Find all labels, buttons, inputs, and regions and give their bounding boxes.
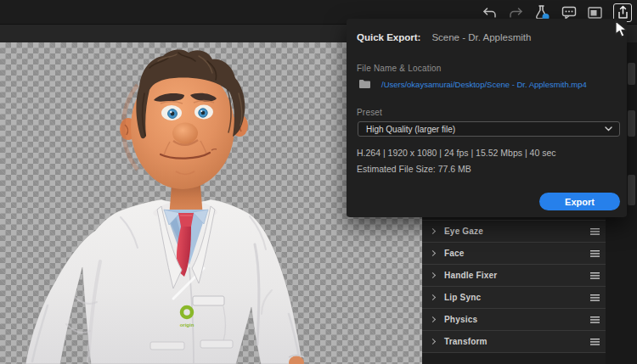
behavior-row[interactable]: Face bbox=[422, 243, 606, 265]
file-path-link[interactable]: /Users/okaysamurai/Desktop/Scene - Dr. A… bbox=[381, 80, 587, 89]
drag-handle-icon[interactable] bbox=[590, 228, 600, 235]
estimated-file-size: Estimated File Size: 77.6 MB bbox=[357, 164, 471, 174]
behavior-label: Face bbox=[444, 249, 590, 258]
coat-badge-text: origin bbox=[180, 322, 194, 328]
folder-icon[interactable] bbox=[358, 79, 371, 89]
quick-export-dialog: Quick Export:Scene - Dr. Applesmith File… bbox=[347, 19, 627, 217]
export-button[interactable]: Export bbox=[539, 193, 620, 210]
chevron-right-icon[interactable] bbox=[430, 250, 436, 256]
export-specs: H.264 | 1920 x 1080 | 24 fps | 15.52 Mbp… bbox=[357, 148, 555, 158]
chevron-down-icon bbox=[605, 126, 612, 132]
preset-dropdown[interactable]: High Quality (larger file) bbox=[358, 121, 620, 137]
scrollbar-thumb[interactable] bbox=[628, 175, 635, 205]
behavior-row[interactable]: Handle Fixer bbox=[422, 265, 606, 287]
dialog-scene-name: Scene - Dr. Applesmith bbox=[431, 32, 531, 42]
scrollbar-thumb[interactable] bbox=[628, 110, 635, 137]
chevron-right-icon[interactable] bbox=[430, 316, 436, 322]
preset-label: Preset bbox=[357, 108, 382, 117]
preset-value: High Quality (larger file) bbox=[366, 125, 605, 134]
chevron-right-icon[interactable] bbox=[430, 294, 436, 300]
behavior-label: Handle Fixer bbox=[444, 271, 590, 280]
drag-handle-icon[interactable] bbox=[590, 250, 600, 257]
behavior-row[interactable]: Lip Sync bbox=[422, 287, 606, 309]
chevron-right-icon[interactable] bbox=[430, 272, 436, 278]
behavior-row[interactable]: Transform bbox=[422, 331, 606, 353]
chevron-right-icon[interactable] bbox=[430, 339, 436, 344]
scrollbar-thumb[interactable] bbox=[628, 63, 635, 85]
behavior-row[interactable]: Eye Gaze bbox=[422, 221, 606, 243]
dialog-title: Quick Export:Scene - Dr. Applesmith bbox=[357, 32, 531, 42]
chevron-right-icon[interactable] bbox=[430, 228, 436, 234]
file-section-label: File Name & Location bbox=[357, 64, 442, 73]
behavior-label: Lip Sync bbox=[444, 293, 590, 302]
drag-handle-icon[interactable] bbox=[590, 272, 600, 279]
drag-handle-icon[interactable] bbox=[590, 316, 600, 323]
behavior-label: Physics bbox=[444, 315, 590, 324]
drag-handle-icon[interactable] bbox=[590, 339, 600, 345]
character-animator-window: origin bbox=[0, 0, 637, 364]
dialog-title-label: Quick Export: bbox=[357, 32, 420, 42]
mouse-cursor bbox=[615, 20, 629, 42]
behavior-label: Transform bbox=[444, 337, 590, 346]
drag-handle-icon[interactable] bbox=[590, 294, 600, 301]
behavior-label: Eye Gaze bbox=[444, 227, 590, 236]
behavior-row[interactable]: Physics bbox=[422, 309, 606, 331]
character-head bbox=[120, 50, 248, 189]
behavior-list: Eye Gaze Face Hand bbox=[422, 220, 606, 353]
